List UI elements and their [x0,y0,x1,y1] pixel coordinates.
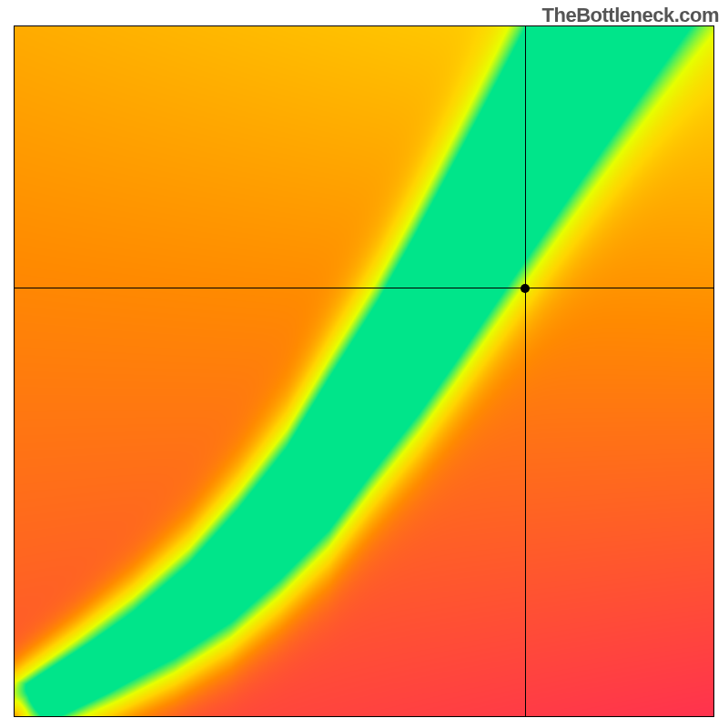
crosshair-marker [521,284,530,293]
crosshair-horizontal [14,288,714,288]
crosshair-vertical [525,25,526,717]
chart-container: TheBottleneck.com [0,0,728,728]
heatmap-canvas [14,25,714,717]
watermark-text: TheBottleneck.com [542,4,719,27]
